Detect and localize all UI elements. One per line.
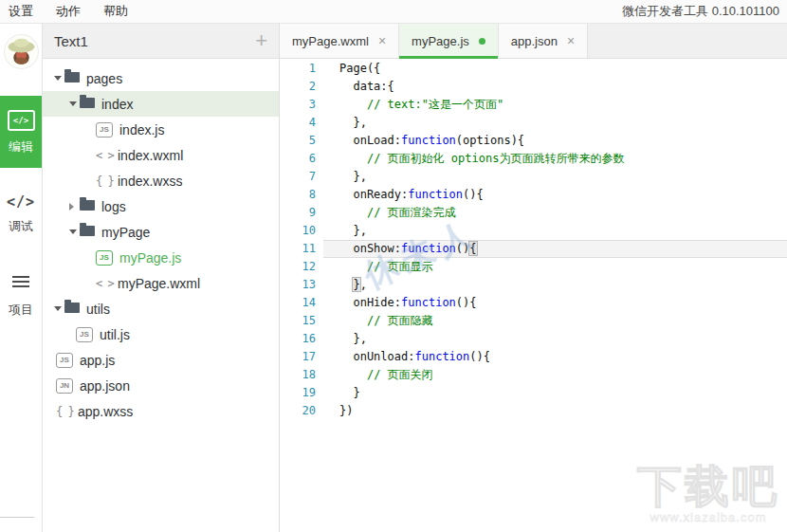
tree-item-app-json[interactable]: JNapp.json [43,373,279,398]
menu-bar: 设置 动作 帮助 微信开发者工具 0.10.101100 [0,0,787,24]
tab-app-json[interactable]: app.json× [499,24,588,58]
code-segment-keyword: function [408,188,463,201]
activity-bar: </> 编辑 </> 调试 项目 [0,24,43,532]
tree-item-label: index.wxml [118,148,183,163]
code-editor[interactable]: 休未人 1Page({2 data:{3 // text:"这是一个页面"4 }… [280,59,787,532]
activity-item-edit[interactable]: </> 编辑 [0,96,42,168]
folder-icon [80,98,95,108]
code-line-1[interactable]: 1Page({ [280,60,787,78]
tree-item-index-wxss[interactable]: { }index.wxss [43,168,279,193]
code-line-19[interactable]: 19 } [280,384,787,402]
tree-item-label: pages [86,71,122,86]
code-line-4[interactable]: 4 }, [280,114,787,132]
code-segment-comment: // 页面隐藏 [367,314,433,327]
code-text: onLoad:function(options){ [316,132,524,150]
code-text: onUnload:function(){ [316,348,490,366]
tab-bar: myPage.wxml×myPage.jsapp.json× [280,24,787,59]
line-number: 11 [280,240,316,258]
code-line-11[interactable]: 11 onShow:function(){ [280,240,787,258]
folder-icon [80,200,95,211]
activity-item-debug[interactable]: </> 调试 [0,193,42,235]
line-number: 8 [280,186,316,204]
file-tree: pagesindexJSindex.js< >index.wxml{ }inde… [43,59,279,424]
code-text: }, [316,168,367,186]
tab-mypage-wxml[interactable]: myPage.wxml× [280,24,399,58]
code-line-14[interactable]: 14 onHide:function(){ [280,294,787,312]
tree-item-app-wxss[interactable]: { }app.wxss [43,398,279,424]
close-icon[interactable]: × [378,34,386,47]
code-line-13[interactable]: 13 }, [280,276,787,294]
chevron-right-icon[interactable] [69,203,80,211]
line-number: 6 [280,150,316,168]
wxss-file-icon: { } [96,174,113,188]
folder-icon [64,72,80,83]
tree-item-mypage-wxml[interactable]: < >myPage.wxml [43,270,279,296]
code-segment: (){ [463,188,484,201]
code-line-7[interactable]: 7 }, [280,168,787,186]
code-line-9[interactable]: 9 // 页面渲染完成 [280,204,787,222]
project-title: Text1 [54,33,88,49]
code-line-2[interactable]: 2 data:{ [280,78,787,96]
code-text: } [316,384,360,402]
code-text: // 页面渲染完成 [316,204,456,222]
file-explorer-panel: Text1 + pagesindexJSindex.js< >index.wxm… [43,24,280,532]
hamburger-icon [12,273,29,290]
code-segment: (){ [469,350,490,363]
tree-item-mypage[interactable]: myPage [43,219,279,245]
tree-item-index[interactable]: index [43,91,279,117]
tree-item-app-js[interactable]: JSapp.js [43,347,279,373]
chevron-down-icon[interactable] [69,101,80,106]
code-line-16[interactable]: 16 }, [280,330,787,348]
tree-item-logs[interactable]: logs [43,193,279,219]
code-line-8[interactable]: 8 onReady:function(){ [280,186,787,204]
code-segment: onShow: [339,242,401,255]
code-line-10[interactable]: 10 }, [280,222,787,240]
code-line-6[interactable]: 6 // 页面初始化 options为页面跳转所带来的参数 [280,150,787,168]
close-icon[interactable]: × [567,34,575,47]
tree-item-pages[interactable]: pages [43,65,279,91]
line-number: 5 [280,132,316,150]
tree-item-utils[interactable]: utils [43,296,279,321]
folder-icon [64,303,80,313]
wxss-file-icon: { } [56,405,73,418]
chevron-down-icon[interactable] [69,229,80,234]
code-line-15[interactable]: 15 // 页面隐藏 [280,312,787,330]
code-segment: (){ [456,296,477,309]
tree-item-index-wxml[interactable]: < >index.wxml [43,142,279,168]
json-file-icon: JN [56,378,73,394]
code-line-12[interactable]: 12 // 页面显示 [280,258,787,276]
code-text: // 页面初始化 options为页面跳转所带来的参数 [316,150,624,168]
menu-item-actions[interactable]: 动作 [45,3,92,20]
line-number: 3 [280,96,316,114]
code-line-20[interactable]: 20}) [280,402,787,420]
editor-pane: myPage.wxml×myPage.jsapp.json× 休未人 1Page… [280,24,787,532]
code-line-17[interactable]: 17 onUnload:function(){ [280,348,787,366]
tab-label: app.json [511,34,558,48]
line-number: 1 [280,60,316,78]
app-title: 微信开发者工具 0.10.101100 [622,3,787,20]
code-segment: onUnload: [339,350,414,363]
menu-item-settings[interactable]: 设置 [0,3,45,20]
code-text: }) [316,402,353,420]
add-file-button[interactable]: + [255,31,267,50]
tab-mypage-js[interactable]: myPage.js [399,24,499,58]
code-text: // 页面显示 [316,258,433,276]
code-line-5[interactable]: 5 onLoad:function(options){ [280,132,787,150]
tree-item-mypage-js[interactable]: JSmyPage.js [43,245,279,270]
chevron-down-icon[interactable] [54,76,64,81]
code-text: Page({ [316,60,380,78]
user-avatar[interactable] [0,24,42,79]
code-segment [339,98,367,111]
code-segment-brace: } [353,278,359,291]
tree-item-label: logs [101,199,126,214]
code-text: }, [316,276,367,294]
code-line-18[interactable]: 18 // 页面关闭 [280,366,787,384]
activity-item-project[interactable]: 项目 [0,273,42,319]
tree-item-label: myPage.js [119,250,181,266]
chevron-down-icon[interactable] [54,306,64,311]
tree-item-label: index.js [119,122,164,138]
menu-item-help[interactable]: 帮助 [92,3,139,20]
tree-item-index-js[interactable]: JSindex.js [43,117,279,142]
code-line-3[interactable]: 3 // text:"这是一个页面" [280,96,787,114]
tree-item-util-js[interactable]: JSutil.js [43,321,279,347]
